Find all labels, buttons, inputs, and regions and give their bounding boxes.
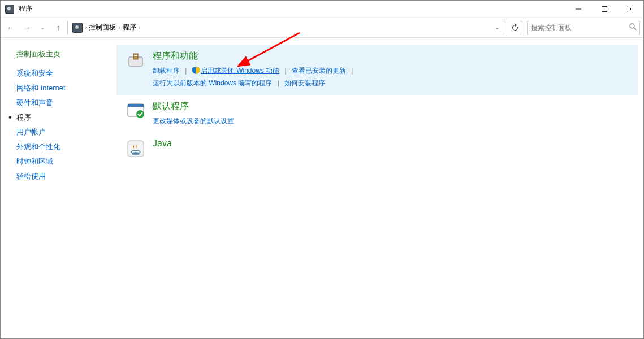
navigation-bar: ← → ⌄ ↑ › 控制面板 › 程序 › ⌄ xyxy=(1,18,643,38)
breadcrumb-item[interactable]: 控制面板 xyxy=(87,23,118,32)
card-programs-features: 程序和功能 卸载程序 | 启用或关闭 Windows 功能 | 查看已安装的更新… xyxy=(116,45,638,95)
titlebar: 程序 xyxy=(1,1,643,18)
svg-rect-8 xyxy=(134,55,137,56)
refresh-button[interactable] xyxy=(508,21,522,34)
sidebar-item-ease[interactable]: 轻松使用 xyxy=(16,169,116,184)
link-separator: | xyxy=(185,67,187,75)
up-button[interactable]: ↑ xyxy=(51,21,65,34)
sidebar-item-security[interactable]: 系统和安全 xyxy=(16,66,116,81)
recent-dropdown[interactable]: ⌄ xyxy=(36,21,49,34)
link-separator: | xyxy=(278,79,279,87)
svg-rect-7 xyxy=(133,54,138,59)
sidebar-list: 系统和安全 网络和 Internet 硬件和声音 程序 用户帐户 外观和个性化 … xyxy=(16,66,116,184)
main-area: 控制面板主页 系统和安全 网络和 Internet 硬件和声音 程序 用户帐户 … xyxy=(1,38,643,339)
sidebar-item-appearance[interactable]: 外观和个性化 xyxy=(16,140,116,154)
link-windows-features[interactable]: 启用或关闭 Windows 功能 xyxy=(201,67,279,75)
minimize-button[interactable] xyxy=(565,1,591,18)
window-controls xyxy=(565,1,643,18)
sidebar-item-network[interactable]: 网络和 Internet xyxy=(16,81,116,95)
window-icon xyxy=(5,5,14,14)
default-programs-icon xyxy=(127,102,145,120)
sidebar-item-programs[interactable]: 程序 xyxy=(16,110,116,125)
card-title[interactable]: 默认程序 xyxy=(153,101,638,112)
svg-point-11 xyxy=(136,110,144,118)
link-separator: | xyxy=(285,67,287,75)
link-compatibility[interactable]: 运行为以前版本的 Windows 编写的程序 xyxy=(153,79,272,87)
sidebar-title[interactable]: 控制面板主页 xyxy=(16,49,116,59)
address-icon xyxy=(72,23,83,33)
svg-point-4 xyxy=(630,24,634,28)
card-default-programs: 默认程序 更改媒体或设备的默认设置 xyxy=(116,95,638,133)
sidebar-item-accounts[interactable]: 用户帐户 xyxy=(16,125,116,140)
link-installed-updates[interactable]: 查看已安装的更新 xyxy=(292,67,346,75)
back-button[interactable]: ← xyxy=(4,21,18,34)
svg-rect-12 xyxy=(128,141,144,157)
link-change-defaults[interactable]: 更改媒体或设备的默认设置 xyxy=(153,117,234,125)
sidebar: 控制面板主页 系统和安全 网络和 Internet 硬件和声音 程序 用户帐户 … xyxy=(1,38,116,339)
close-button[interactable] xyxy=(617,1,643,18)
svg-line-5 xyxy=(634,28,636,30)
link-how-install[interactable]: 如何安装程序 xyxy=(284,79,325,87)
search-icon xyxy=(629,23,637,32)
window-title: 程序 xyxy=(19,4,32,14)
card-java: Java xyxy=(116,133,638,163)
content: 程序和功能 卸载程序 | 启用或关闭 Windows 功能 | 查看已安装的更新… xyxy=(116,38,643,339)
forward-button[interactable]: → xyxy=(20,21,33,34)
shield-icon xyxy=(192,66,200,73)
programs-features-icon xyxy=(127,51,145,69)
java-icon xyxy=(127,140,145,158)
address-dropdown[interactable]: ⌄ xyxy=(491,24,503,31)
card-title[interactable]: 程序和功能 xyxy=(153,50,638,62)
sidebar-item-hardware[interactable]: 硬件和声音 xyxy=(16,95,116,110)
svg-rect-1 xyxy=(602,6,607,11)
breadcrumb-item[interactable]: 程序 xyxy=(120,23,139,32)
maximize-button[interactable] xyxy=(591,1,617,18)
link-separator: | xyxy=(351,67,353,75)
breadcrumb-sep: › xyxy=(139,24,140,31)
svg-rect-10 xyxy=(128,104,144,107)
address-bar[interactable]: › 控制面板 › 程序 › ⌄ xyxy=(67,21,505,34)
search-input[interactable] xyxy=(527,21,640,34)
card-title[interactable]: Java xyxy=(153,138,638,149)
link-uninstall[interactable]: 卸载程序 xyxy=(153,67,180,75)
sidebar-item-clock[interactable]: 时钟和区域 xyxy=(16,154,116,169)
